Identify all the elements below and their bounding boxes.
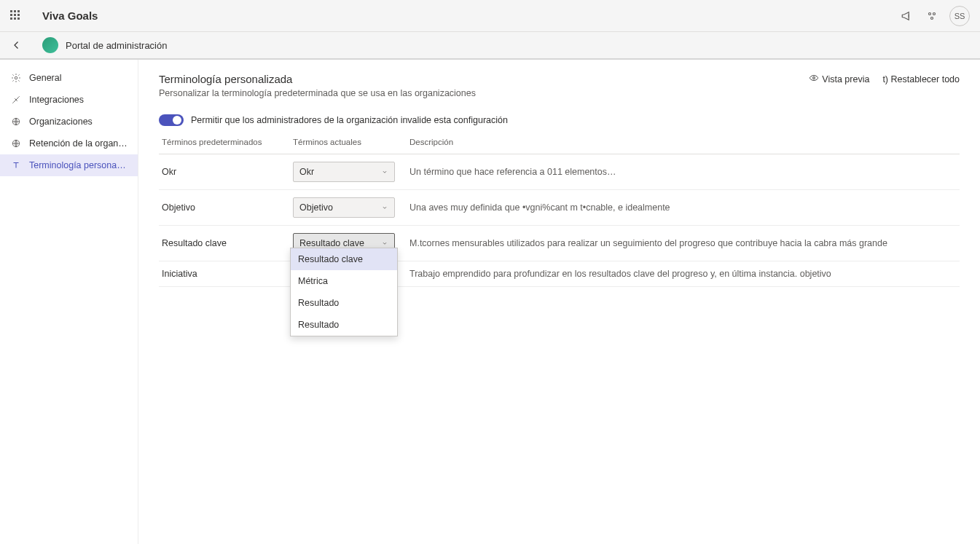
viva-goals-logo-icon (42, 37, 58, 53)
svg-point-1 (933, 12, 936, 15)
term-description: Trabajo emprendido para profundizar en l… (407, 261, 960, 286)
globe-icon (10, 116, 22, 127)
sidebar-item-label: Integraciones (29, 95, 84, 105)
sub-bar: Portal de administración (0, 32, 980, 60)
sidebar-item-label: Organizaciones (29, 117, 93, 127)
table-row: Okr Okr Un término que hace referencia a… (159, 154, 960, 190)
terminology-table: Términos predeterminados Términos actual… (159, 130, 960, 287)
megaphone-icon[interactable] (900, 9, 914, 23)
main-content: Terminología personalizada Personalizar … (138, 60, 980, 544)
svg-point-0 (929, 12, 931, 15)
app-launcher-icon[interactable] (10, 10, 22, 22)
table-row: Resultado clave Resultado clave Resultad… (159, 226, 960, 261)
svg-point-6 (813, 77, 815, 79)
table-row: Iniciativa Trabajo emprendido para profu… (159, 261, 960, 287)
col-description: Descripción (407, 130, 960, 154)
col-default-terms: Términos predeterminados (159, 130, 290, 154)
chevron-down-icon (381, 240, 388, 247)
term-select-objetivo[interactable]: Objetivo (293, 197, 395, 218)
sidebar-item-org-retention[interactable]: Retención de la organización (0, 133, 138, 154)
col-current-terms: Términos actuales (290, 130, 407, 154)
preview-label: Vista previa (822, 74, 869, 84)
sidebar-item-integrations[interactable]: Integraciones (0, 89, 138, 111)
svg-point-2 (931, 17, 933, 19)
user-avatar[interactable]: SS (949, 6, 970, 26)
override-toggle[interactable] (159, 114, 184, 126)
sidebar-item-label: General (29, 73, 61, 83)
override-toggle-label: Permitir que los administradores de la o… (191, 115, 508, 125)
reset-all-button[interactable]: t) Restablecer todo (882, 74, 960, 84)
page-subtitle: Personalizar la terminología predetermin… (159, 88, 809, 98)
svg-point-3 (15, 76, 17, 79)
sidebar-item-organizations[interactable]: Organizaciones (0, 111, 138, 133)
dropdown-option[interactable]: Resultado (291, 292, 397, 314)
dropdown-option[interactable]: Resultado clave (291, 248, 397, 270)
portal-title: Portal de administración (66, 40, 167, 51)
term-default: Objetivo (159, 195, 290, 220)
app-title: Viva Goals (42, 9, 98, 22)
table-row: Objetivo Objetivo Una aves muy definida … (159, 190, 960, 226)
top-bar: Viva Goals SS (0, 0, 980, 32)
sidebar-item-general[interactable]: General (0, 67, 138, 89)
table-header: Términos predeterminados Términos actual… (159, 130, 960, 154)
term-default: Iniciativa (159, 261, 290, 286)
preview-button[interactable]: Vista previa (809, 73, 869, 85)
select-value: Okr (299, 167, 314, 177)
eye-icon (809, 73, 819, 85)
chevron-down-icon (381, 168, 388, 176)
globe-icon (10, 138, 22, 149)
sidebar-item-label: Retención de la organización (29, 138, 128, 149)
settings-cluster-icon[interactable] (925, 9, 939, 23)
term-default: Resultado clave (159, 231, 290, 256)
back-arrow-icon[interactable] (10, 39, 23, 52)
sidebar: General Integraciones Organizaciones Ret… (0, 60, 138, 544)
term-description: M.tcornes mensurables utilizados para re… (407, 231, 960, 256)
sidebar-item-terminology[interactable]: Terminología personalizada (0, 154, 138, 176)
letter-t-icon (10, 159, 22, 171)
term-description: Un término que hace referencia a 011 ele… (407, 159, 960, 184)
dropdown-option[interactable]: Métrica (291, 270, 397, 292)
sidebar-item-label: Terminología personalizada (29, 160, 128, 170)
chevron-down-icon (381, 204, 388, 211)
page-title: Terminología personalizada (159, 73, 809, 85)
term-description: Una aves muy definida que •vgni%cant m t… (407, 195, 960, 220)
select-value: Objetivo (299, 202, 333, 213)
gear-icon (10, 72, 22, 84)
select-value: Resultado clave (299, 238, 364, 248)
term-default: Okr (159, 159, 290, 184)
term-select-okr[interactable]: Okr (293, 162, 395, 182)
reset-label: t) Restablecer todo (882, 74, 960, 84)
plug-icon (10, 94, 22, 106)
dropdown-option[interactable]: Resultado (291, 314, 397, 336)
term-dropdown: Resultado clave Métrica Resultado Result… (290, 248, 398, 336)
